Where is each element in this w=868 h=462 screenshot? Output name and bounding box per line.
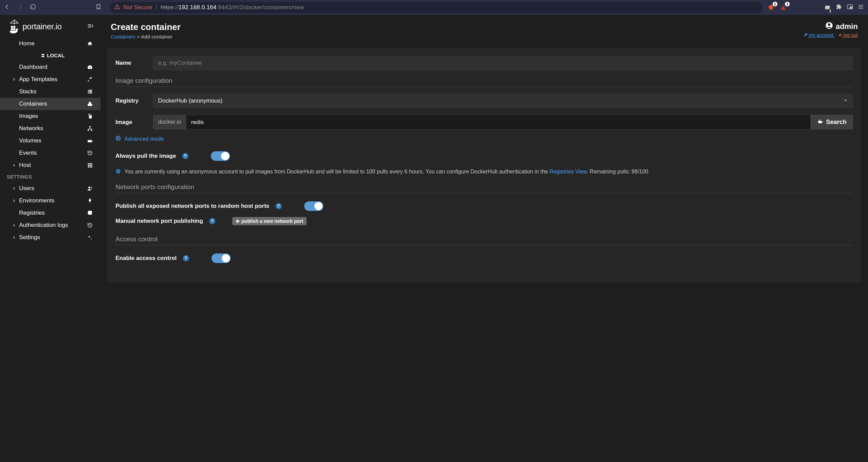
svg-rect-21 xyxy=(89,93,92,94)
publish-all-row: Publish all exposed network ports to ran… xyxy=(115,201,853,211)
card-badge: 1 xyxy=(828,9,833,13)
image-search-button[interactable]: Search xyxy=(811,115,853,129)
sidebar-item-authentication-logs[interactable]: Authentication logs xyxy=(0,219,100,231)
gauge-icon xyxy=(87,64,93,70)
sidebar-item-events[interactable]: Events xyxy=(0,147,100,159)
sidebar-item-label: Authentication logs xyxy=(19,222,68,229)
sidebar-item-users[interactable]: Users xyxy=(0,182,100,195)
breadcrumb-link-containers[interactable]: Containers xyxy=(111,34,136,40)
svg-rect-22 xyxy=(89,115,92,118)
sidebar-item-images[interactable]: Images xyxy=(0,110,100,122)
publish-port-label: publish a new network port xyxy=(242,218,303,224)
not-secure-label: Not Secure xyxy=(123,4,152,11)
warning-icon xyxy=(114,4,120,11)
manual-port-row: Manual network port publishing ? ✚ publi… xyxy=(115,217,853,225)
registries-view-link[interactable]: Registries View xyxy=(549,169,587,174)
chevron-right-icon xyxy=(12,197,16,204)
chevron-right-icon xyxy=(12,234,16,241)
sidebar-item-networks[interactable]: Networks xyxy=(0,122,100,135)
sidebar-item-host[interactable]: Host xyxy=(0,159,100,171)
svg-rect-34 xyxy=(88,166,89,167)
bookmark-icon[interactable] xyxy=(95,4,102,12)
help-icon[interactable]: ? xyxy=(209,218,215,224)
image-input[interactable] xyxy=(186,115,811,129)
wrench-icon xyxy=(804,33,808,37)
logout-link[interactable]: log out xyxy=(838,32,858,38)
brave-shield-icon[interactable]: 1 xyxy=(767,4,775,11)
image-registry-prefix: docker.io xyxy=(153,115,186,129)
users-icon xyxy=(87,185,93,191)
url-bar[interactable]: Not Secure | https://192.168.0.164:9443/… xyxy=(110,2,762,13)
enable-access-toggle[interactable] xyxy=(212,253,231,263)
always-pull-toggle[interactable] xyxy=(211,151,230,161)
my-account-link[interactable]: my account xyxy=(804,32,835,38)
sidebar-settings-header: SETTINGS xyxy=(0,171,100,182)
rocket-icon xyxy=(87,76,93,82)
sidebar-item-app-templates[interactable]: App Templates xyxy=(0,73,100,86)
sidebar-item-dashboard[interactable]: Dashboard xyxy=(0,61,100,73)
advanced-mode-link[interactable]: Advanced mode xyxy=(115,136,853,142)
info-text-part1: You are currently using an anonymous acc… xyxy=(124,169,549,174)
name-input[interactable] xyxy=(153,56,853,70)
svg-rect-16 xyxy=(88,90,89,91)
sidebar-item-label: Stacks xyxy=(19,88,36,95)
card-ext-icon[interactable]: 1 xyxy=(824,4,831,11)
brand-logo[interactable]: portainer.io xyxy=(9,20,62,33)
svg-point-41 xyxy=(91,238,92,240)
help-icon[interactable]: ? xyxy=(183,255,189,261)
browser-extensions: 1 1 1 xyxy=(767,4,864,12)
history-icon xyxy=(87,222,93,228)
sidebar-item-registries[interactable]: Registries xyxy=(0,207,100,219)
svg-rect-14 xyxy=(42,54,44,55)
sidebar-item-stacks[interactable]: Stacks xyxy=(0,86,100,98)
section-access-control: Access control xyxy=(115,235,853,245)
help-icon[interactable]: ? xyxy=(276,203,282,209)
sidebar-item-label: Dashboard xyxy=(19,64,47,71)
svg-rect-10 xyxy=(11,26,13,28)
sidebar-item-containers[interactable]: Containers xyxy=(0,98,100,110)
forward-icon[interactable] xyxy=(17,4,23,12)
breadcrumb: Containers > Add container xyxy=(111,34,181,40)
menu-icon[interactable] xyxy=(858,4,864,12)
publish-port-button[interactable]: ✚ publish a new network port xyxy=(232,217,307,225)
url-scheme: https xyxy=(160,4,173,11)
sidebar-collapse-icon[interactable] xyxy=(87,23,94,31)
svg-rect-32 xyxy=(90,165,91,166)
sidebar-item-home[interactable]: Home xyxy=(0,37,100,50)
sidebar-item-volumes[interactable]: Volumes xyxy=(0,135,100,147)
registry-select[interactable]: DockerHub (anonymous) xyxy=(153,94,853,108)
always-pull-label: Always pull the image xyxy=(115,153,176,159)
chevron-right-icon xyxy=(12,162,16,169)
svg-rect-18 xyxy=(88,91,89,92)
svg-rect-52 xyxy=(118,171,118,173)
username: admin xyxy=(836,22,858,31)
url-path: /#!/2/docker/containers/new xyxy=(231,4,304,11)
svg-rect-35 xyxy=(90,166,91,167)
svg-point-43 xyxy=(828,24,831,26)
database-icon xyxy=(87,210,93,216)
cogs-icon xyxy=(87,234,93,241)
svg-rect-17 xyxy=(89,90,92,91)
help-icon[interactable]: ? xyxy=(182,153,188,159)
registry-value: DockerHub (anonymous) xyxy=(158,97,222,104)
list-icon xyxy=(87,89,93,95)
brand-bar: portainer.io xyxy=(0,15,100,37)
reload-icon[interactable] xyxy=(30,4,36,12)
breadcrumb-current: Add container xyxy=(141,34,173,40)
sidebar-item-label: Host xyxy=(19,162,31,169)
breadcrumb-sep: > xyxy=(137,34,141,40)
always-pull-row: Always pull the image ? xyxy=(115,151,853,161)
pip-icon[interactable] xyxy=(847,4,853,12)
triangle-ext-icon[interactable]: 1 xyxy=(779,4,787,11)
my-account-label: my account xyxy=(808,32,835,38)
user-icon xyxy=(825,22,833,31)
back-icon[interactable] xyxy=(4,4,10,12)
sidebar-item-environments[interactable]: Environments xyxy=(0,195,100,207)
publish-all-toggle[interactable] xyxy=(304,201,323,211)
portainer-logo-icon xyxy=(9,20,20,33)
sidebar-item-label: Volumes xyxy=(19,137,41,144)
sidebar-item-settings[interactable]: Settings xyxy=(0,231,100,244)
sidebar: portainer.io Home LOCAL Dashboard xyxy=(0,15,100,462)
extensions-icon[interactable] xyxy=(836,4,842,12)
form-card: Name Image configuration Registry Docker… xyxy=(107,48,861,283)
